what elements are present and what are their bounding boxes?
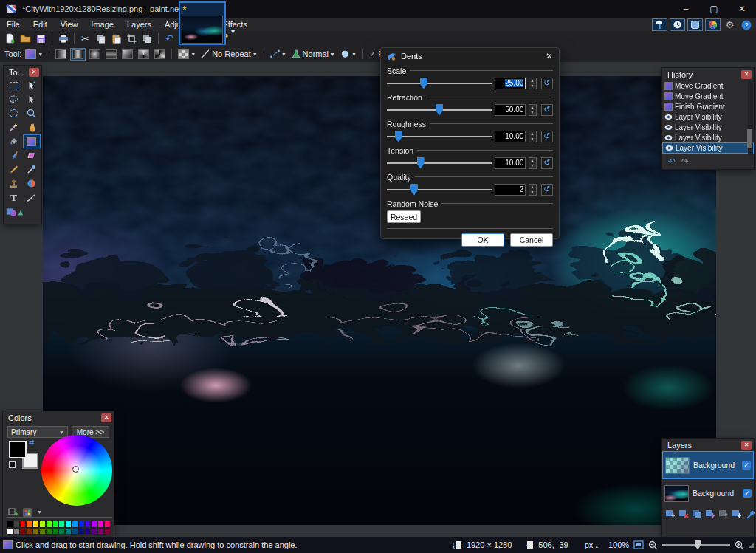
palette-swatch[interactable] [52,521,59,528]
zoom-slider-thumb[interactable] [695,540,701,549]
palette-swatch[interactable] [97,521,104,528]
menu-image[interactable]: Image [84,18,120,31]
slider-thumb[interactable] [417,157,425,169]
quality-spinner[interactable]: ▲▼ [529,184,536,196]
layer-row-selected[interactable]: Background ✓ [662,451,754,479]
zoom-in-icon[interactable] [735,540,744,550]
tool-gradient[interactable] [23,134,41,148]
duplicate-layer-button[interactable] [692,509,702,519]
palette-swatch[interactable] [32,521,39,528]
history-item[interactable]: Layer Visibility [662,132,754,142]
scale-spinner[interactable]: ▲▼ [529,78,536,89]
gradient-channel-dropdown[interactable]: ▼ [176,48,197,61]
menu-view[interactable]: View [54,18,85,31]
palette-swatch[interactable] [65,521,72,528]
history-item[interactable]: Finish Gradient [662,101,754,111]
tool-color-picker[interactable] [23,162,41,176]
new-file-button[interactable] [3,32,17,45]
tool-lasso-select[interactable] [5,92,23,106]
cut-button[interactable]: ✂ [78,32,92,45]
quality-slider[interactable] [387,183,492,196]
history-scrollbar[interactable] [748,80,753,155]
tool-recolor[interactable] [23,176,41,190]
palette-swatch[interactable] [32,528,39,535]
palette-swatch[interactable] [39,528,46,535]
palette-swatch[interactable] [91,521,97,528]
layer-properties-button[interactable] [745,509,755,519]
layer-row[interactable]: Background ✓ [662,479,754,507]
close-button[interactable]: ✕ [728,0,756,18]
quality-dropdown[interactable]: ▼ [269,48,288,61]
unit-dropdown[interactable]: px ▴ [585,540,598,549]
zoom-out-icon[interactable] [648,540,658,550]
spin-down-icon[interactable]: ▼ [529,83,535,89]
history-undo-button[interactable]: ↶ [668,157,676,167]
toggle-colors-button[interactable] [705,18,721,31]
image-tab[interactable]: * [179,1,226,45]
history-item[interactable]: Layer Visibility [662,122,754,132]
swap-colors-icon[interactable]: ⇄ [29,439,35,446]
image-list-icon[interactable]: ▾ [231,27,235,35]
canvas-image[interactable] [43,76,716,525]
undo-button[interactable]: ↶ [162,32,176,45]
primary-color-swatch[interactable] [9,441,27,458]
quality-reset-button[interactable]: ↺ [541,184,553,196]
history-redo-button[interactable]: ↷ [681,157,689,167]
tool-pan[interactable] [23,120,41,134]
toggle-tools-button[interactable] [652,18,667,31]
palette-swatch[interactable] [13,521,20,528]
gradient-diagonal-button[interactable] [120,48,134,61]
paste-button[interactable] [109,32,123,45]
tool-clone-stamp[interactable] [5,176,23,190]
delete-layer-button[interactable] [678,509,689,519]
layer-visibility-checkbox[interactable]: ✓ [742,461,751,470]
spin-up-icon[interactable]: ▲ [529,131,535,137]
spin-up-icon[interactable]: ▲ [529,185,535,190]
palette-swatch[interactable] [97,528,104,535]
move-layer-up-button[interactable] [718,509,729,519]
toggle-layers-button[interactable] [687,18,703,31]
settings-button[interactable]: ⚙ [723,18,737,31]
menu-edit[interactable]: Edit [27,18,54,31]
palette-swatch[interactable] [39,521,46,528]
palette-swatch[interactable] [20,521,27,528]
palette-swatch[interactable] [78,521,85,528]
tool-pencil[interactable] [5,162,23,176]
toggle-history-button[interactable] [670,18,685,31]
layer-visibility-checkbox[interactable]: ✓ [743,489,752,498]
gradient-radial-button[interactable] [88,48,102,61]
spin-up-icon[interactable]: ▲ [529,158,535,163]
palette-swatch[interactable] [85,521,92,528]
menu-layers[interactable]: Layers [120,18,158,31]
spin-down-icon[interactable]: ▼ [529,110,535,115]
maximize-button[interactable]: ▢ [700,0,728,18]
cancel-button[interactable]: Cancel [510,233,553,247]
deselect-button[interactable] [140,32,154,45]
palette-swatch[interactable] [52,528,59,535]
help-button[interactable]: ? [739,18,753,31]
ok-button[interactable]: OK [461,233,504,247]
palette-swatch[interactable] [46,528,52,535]
tool-move-selection[interactable] [23,78,41,92]
tool-rectangle-select[interactable] [5,78,23,92]
refraction-spinner[interactable]: ▲▼ [529,104,536,116]
scale-reset-button[interactable]: ↺ [541,78,553,89]
merge-down-button[interactable] [705,509,715,519]
zoom-level-value[interactable]: 100% [608,540,629,549]
slider-thumb[interactable] [420,78,427,89]
spin-down-icon[interactable]: ▼ [529,190,535,195]
slider-thumb[interactable] [436,104,443,116]
tool-magic-wand[interactable] [5,120,23,134]
tension-slider[interactable] [387,157,492,170]
refraction-slider[interactable] [387,103,492,117]
gradient-linear-button[interactable] [54,48,68,61]
open-button[interactable] [18,32,32,45]
copy-button[interactable] [94,32,108,45]
tools-panel-close-button[interactable]: ✕ [29,68,39,77]
scale-slider[interactable] [387,77,492,90]
palette-swatch[interactable] [78,528,85,535]
palette-swatch[interactable] [20,528,27,535]
slider-thumb[interactable] [410,184,418,196]
roughness-value-input[interactable]: 10.00 [495,131,526,142]
crop-button[interactable] [125,32,139,45]
